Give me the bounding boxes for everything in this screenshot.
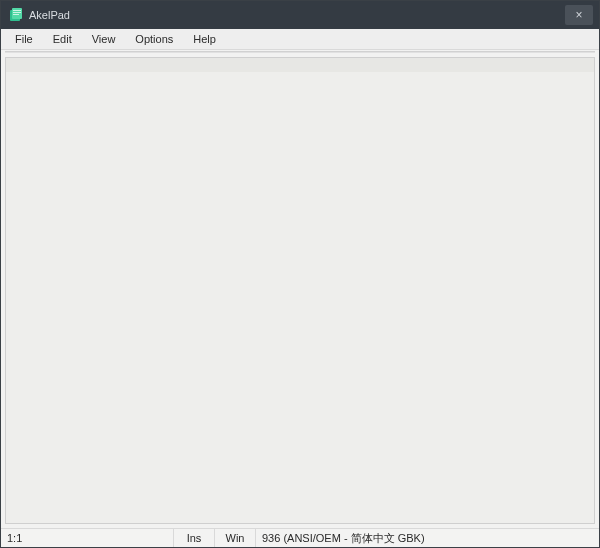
status-position: 1:1 — [1, 529, 174, 547]
status-insert-mode[interactable]: Ins — [174, 529, 215, 547]
menu-options[interactable]: Options — [125, 31, 183, 47]
svg-rect-2 — [13, 10, 21, 11]
window-title: AkelPad — [29, 9, 70, 21]
toolbar-divider — [5, 51, 595, 53]
menu-edit[interactable]: Edit — [43, 31, 82, 47]
menu-help[interactable]: Help — [183, 31, 226, 47]
close-icon: × — [575, 9, 582, 21]
app-icon — [9, 8, 23, 22]
app-window: AkelPad × File Edit View Options Help 1:… — [0, 0, 600, 548]
menubar: File Edit View Options Help — [1, 29, 599, 50]
menu-file[interactable]: File — [5, 31, 43, 47]
menu-view[interactable]: View — [82, 31, 126, 47]
status-eol[interactable]: Win — [215, 529, 256, 547]
editor-container — [5, 57, 595, 524]
status-encoding[interactable]: 936 (ANSI/OEM - 简体中文 GBK) — [256, 529, 599, 547]
text-editor[interactable] — [5, 57, 595, 524]
close-button[interactable]: × — [565, 5, 593, 25]
titlebar[interactable]: AkelPad × — [1, 1, 599, 29]
svg-rect-4 — [13, 14, 19, 15]
svg-rect-1 — [12, 8, 22, 19]
svg-rect-3 — [13, 12, 21, 13]
current-line-highlight — [6, 58, 594, 72]
statusbar: 1:1 Ins Win 936 (ANSI/OEM - 简体中文 GBK) — [1, 528, 599, 547]
